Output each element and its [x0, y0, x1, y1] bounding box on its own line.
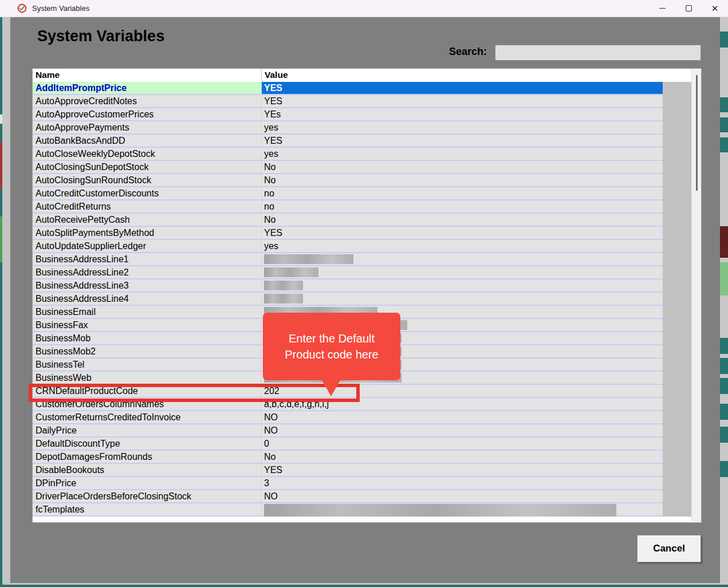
maximize-button[interactable]: [675, 0, 702, 17]
table-row[interactable]: AutoClosingSunRoundStock No: [33, 174, 663, 187]
table-row[interactable]: DepotDamagesFromRounds No: [33, 451, 663, 464]
cell-value: [262, 293, 663, 305]
table-row[interactable]: AddItemPromptPrice YES: [33, 82, 663, 95]
cell-value: [262, 253, 663, 265]
table-row[interactable]: BusinessAddressLine4: [33, 293, 663, 306]
cell-value: YES: [262, 95, 663, 107]
cell-name: DailyPrice: [33, 424, 262, 436]
table-row[interactable]: AutoSplitPaymentsByMethod YES: [33, 227, 663, 240]
cell-value: no: [262, 200, 663, 212]
cell-value: NO: [262, 424, 663, 436]
cell-name: fcTemplates: [33, 503, 262, 515]
background-window-border-bottom: [0, 585, 728, 587]
cell-name: BusinessWeb: [33, 372, 262, 384]
cell-name: AutoBankBacsAndDD: [33, 135, 262, 147]
cell-value: YES: [262, 227, 663, 239]
cell-value: No: [262, 161, 663, 173]
window-controls: ✕: [649, 0, 728, 17]
redacted-value: [264, 294, 303, 304]
table-row[interactable]: DailyPrice NO: [33, 424, 663, 438]
table-row[interactable]: DPinPrice 3: [33, 477, 663, 490]
cancel-button[interactable]: Cancel: [637, 535, 701, 562]
page-title: System Variables: [37, 27, 164, 45]
table-row[interactable]: DefaultDiscountType 0: [33, 438, 663, 451]
cell-name: DriverPlaceOrdersBeforeClosingStock: [33, 490, 262, 502]
variables-table: Name Value AddItemPromptPrice YES AutoAp…: [33, 69, 701, 522]
close-icon: ✕: [711, 4, 719, 13]
table-row[interactable]: fcTemplates: [33, 503, 663, 517]
cell-value: [262, 503, 663, 515]
cell-value: [262, 266, 663, 278]
redacted-value: [264, 281, 303, 290]
table-row[interactable]: AutoBankBacsAndDD YES: [33, 135, 663, 148]
cell-value: 0: [262, 438, 663, 450]
cell-name: BusinessFax: [33, 319, 262, 331]
cell-name: AutoSplitPaymentsByMethod: [33, 227, 262, 239]
window-title: System Variables: [32, 4, 89, 13]
cell-value: yes: [262, 121, 663, 133]
redacted-value: [264, 267, 318, 277]
cell-name: BusinessMob2: [33, 345, 262, 357]
table-row[interactable]: DisableBookouts YES: [33, 464, 663, 477]
cell-name: BusinessMob: [33, 332, 262, 344]
table-row[interactable]: AutoReceivePettyCash No: [33, 214, 663, 227]
cell-name: AutoCreditCustomerDiscounts: [33, 187, 262, 199]
search-input[interactable]: [495, 45, 701, 61]
minimize-button[interactable]: [649, 0, 675, 17]
cell-value: No: [262, 174, 663, 186]
cell-value: No: [262, 451, 663, 463]
table-row[interactable]: CustomerReturnsCreditedToInvoice NO: [33, 411, 663, 424]
cell-value: 3: [262, 477, 663, 489]
redacted-value: [264, 504, 616, 517]
cell-value: a,b,c,d,e,f,g,h,i,j: [262, 398, 663, 410]
cell-value: [262, 279, 663, 291]
table-row[interactable]: AutoClosingSunDepotStock No: [33, 161, 663, 174]
column-header-name: Name: [33, 69, 262, 82]
cell-name: AutoClosingSunDepotStock: [33, 161, 262, 173]
table-row[interactable]: BusinessAddressLine1: [33, 253, 663, 266]
minimize-icon: [659, 8, 666, 9]
cell-value: YEs: [262, 108, 663, 120]
table-row[interactable]: AutoCreditReturns no: [33, 200, 663, 214]
cell-name: CustomerOrdersColumnNames: [33, 398, 262, 410]
cell-name: AutoClosingSunRoundStock: [33, 174, 262, 186]
vertical-scrollbar[interactable]: [691, 69, 701, 522]
cell-name: CustomerReturnsCreditedToInvoice: [33, 411, 262, 423]
cell-name: AutoUpdateSupplierLedger: [33, 240, 262, 252]
table-row[interactable]: BusinessAddressLine3: [33, 279, 663, 293]
table-row[interactable]: BusinessAddressLine2: [33, 266, 663, 279]
table-row[interactable]: CRNDefaultProductCode 202: [33, 385, 663, 398]
table-row[interactable]: AutoCreditCustomerDiscounts no: [33, 187, 663, 200]
cell-name: BusinessAddressLine1: [33, 253, 262, 265]
cell-name: AutoApprovePayments: [33, 121, 262, 133]
cell-value: YES: [262, 464, 663, 476]
table-row[interactable]: AutoApprovePayments yes: [33, 121, 663, 135]
scrollbar-thumb[interactable]: [696, 75, 698, 191]
cell-value: NO: [262, 411, 663, 423]
table-row[interactable]: DriverPlaceOrdersBeforeClosingStock NO: [33, 490, 663, 503]
cell-name: AutoReceivePettyCash: [33, 214, 262, 226]
table-row[interactable]: AutoApproveCreditNotes YES: [33, 95, 663, 108]
cell-name: DisableBookouts: [33, 464, 262, 476]
cell-name: BusinessEmail: [33, 306, 262, 318]
cell-value: yes: [262, 148, 663, 160]
cell-name: DefaultDiscountType: [33, 438, 262, 450]
redacted-value: [264, 254, 353, 264]
cell-name: BusinessAddressLine3: [33, 279, 262, 291]
table-row[interactable]: AutoApproveCustomerPrices YEs: [33, 108, 663, 121]
table-row[interactable]: CustomerOrdersColumnNames a,b,c,d,e,f,g,…: [33, 398, 663, 411]
callout-text: Enter the Default Product code here: [273, 330, 390, 363]
cell-name: AutoCloseWeeklyDepotStock: [33, 148, 262, 160]
background-window-sliver-left-gray: [2, 17, 10, 585]
close-button[interactable]: ✕: [702, 0, 728, 17]
table-row[interactable]: AutoUpdateSupplierLedger yes: [33, 240, 663, 253]
table-row[interactable]: AutoCloseWeeklyDepotStock yes: [33, 148, 663, 161]
title-bar: System Variables ✕: [0, 0, 728, 17]
table-filler: [663, 82, 691, 517]
cell-value: no: [262, 187, 663, 199]
cell-name: DepotDamagesFromRounds: [33, 451, 262, 463]
cell-name: BusinessAddressLine2: [33, 266, 262, 278]
cell-name: AutoCreditReturns: [33, 200, 262, 212]
cell-name: AddItemPromptPrice: [33, 82, 262, 94]
cell-value: No: [262, 214, 663, 226]
